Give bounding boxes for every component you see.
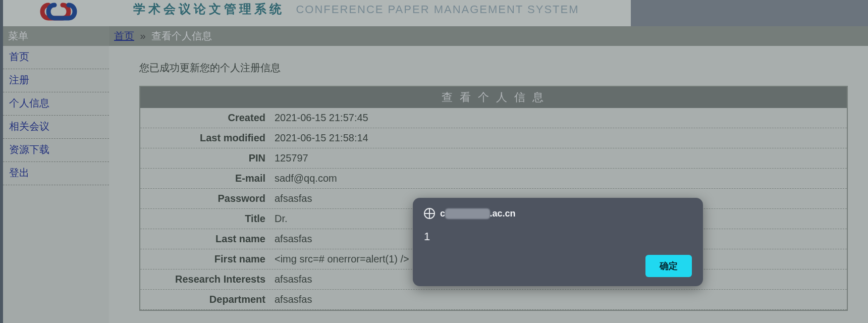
value-last-modified: 2021-06-15 21:58:14 — [272, 132, 847, 144]
alert-origin: c██████.ac.cn — [424, 208, 692, 219]
label-password: Password — [140, 193, 272, 204]
profile-panel-title: 查 看 个 人 信 息 — [140, 87, 847, 108]
value-department: afsasfas — [272, 294, 847, 305]
row-email: E-mail sadf@qq.com — [140, 169, 847, 189]
row-last-modified: Last modified 2021-06-15 21:58:14 — [140, 128, 847, 148]
breadcrumb-home-link[interactable]: 首页 — [114, 30, 134, 41]
header-titles: 学术会议论文管理系统 CONFERENCE PAPER MANAGEMENT S… — [108, 0, 579, 17]
label-department: Department — [140, 294, 272, 305]
sidebar-item-home[interactable]: 首页 — [3, 46, 109, 69]
breadcrumb-current: 查看个人信息 — [151, 30, 212, 41]
alert-ok-button[interactable]: 确定 — [645, 255, 692, 277]
label-first-name: First name — [140, 253, 272, 265]
row-pin: PIN 125797 — [140, 148, 847, 169]
label-email: E-mail — [140, 173, 272, 184]
sidebar-item-logout[interactable]: 登出 — [3, 162, 109, 185]
label-last-name: Last name — [140, 233, 272, 245]
sidebar-title: 菜单 — [3, 26, 109, 46]
value-email: sadf@qq.com — [272, 173, 847, 184]
label-created: Created — [140, 112, 272, 124]
row-created: Created 2021-06-15 21:57:45 — [140, 108, 847, 128]
breadcrumb-separator: » — [140, 30, 146, 41]
alert-origin-suffix: .ac.cn — [490, 208, 516, 219]
alert-actions: 确定 — [645, 255, 692, 277]
alert-origin-prefix: c — [440, 208, 445, 219]
success-message: 您已成功更新您的个人注册信息 — [139, 61, 848, 75]
label-pin: PIN — [140, 152, 272, 164]
alert-message: 1 — [424, 230, 692, 243]
label-last-modified: Last modified — [140, 132, 272, 144]
sidebar: 菜单 首页 注册 个人信息 相关会议 资源下载 登出 — [3, 26, 109, 323]
sidebar-item-download[interactable]: 资源下载 — [3, 139, 109, 162]
value-pin: 125797 — [272, 152, 847, 164]
value-created: 2021-06-15 21:57:45 — [272, 112, 847, 124]
row-department: Department afsasfas — [140, 290, 847, 310]
site-logo — [18, 0, 99, 23]
globe-icon — [424, 208, 435, 219]
alert-origin-redacted: ██████ — [445, 208, 490, 219]
app-title-cn: 学术会议论文管理系统 — [133, 2, 285, 16]
logo-icon — [33, 1, 84, 22]
app-title-en: CONFERENCE PAPER MANAGEMENT SYSTEM — [296, 3, 579, 16]
sidebar-item-profile[interactable]: 个人信息 — [3, 92, 109, 116]
label-research-interests: Research Interests — [140, 274, 272, 285]
js-alert-dialog: c██████.ac.cn 1 确定 — [413, 198, 703, 286]
sidebar-item-register[interactable]: 注册 — [3, 69, 109, 92]
breadcrumb: 首页 » 查看个人信息 — [109, 26, 868, 46]
sidebar-item-confs[interactable]: 相关会议 — [3, 116, 109, 139]
label-title: Title — [140, 213, 272, 225]
